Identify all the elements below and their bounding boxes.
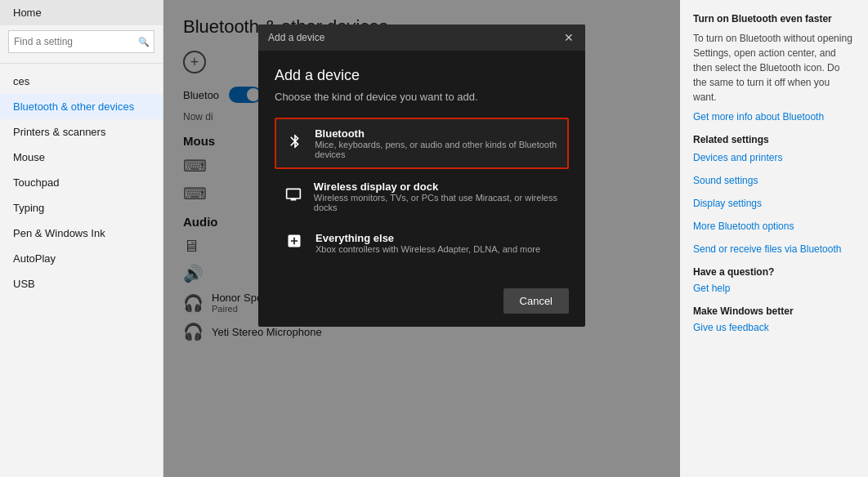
sidebar-item-devices[interactable]: ces	[0, 69, 163, 94]
related-title: Related settings	[693, 134, 855, 145]
sidebar-item-printers[interactable]: Printers & scanners	[0, 119, 163, 145]
modal-titlebar: Add a device ✕	[258, 25, 585, 51]
sidebar-item-autoplay[interactable]: AutoPlay	[0, 246, 163, 271]
search-input[interactable]	[8, 30, 154, 53]
plus-option-icon	[284, 233, 304, 253]
add-device-modal: Add a device ✕ Add a device Choose the k…	[258, 25, 585, 327]
modal-titlebar-label: Add a device	[268, 32, 324, 43]
get-help-link[interactable]: Get help	[693, 283, 855, 294]
main-content: Bluetooth & other devices + Bluetoo Now …	[163, 0, 680, 477]
send-receive-files-link[interactable]: Send or receive files via Bluetooth	[693, 243, 855, 255]
right-panel: Turn on Bluetooth even faster To turn on…	[680, 0, 868, 477]
sidebar-item-usb[interactable]: USB	[0, 271, 163, 296]
give-feedback-link[interactable]: Give us feedback	[693, 322, 855, 333]
bluetooth-option-title: Bluetooth	[315, 127, 557, 140]
sound-settings-link[interactable]: Sound settings	[693, 175, 855, 186]
everything-else-text: Everything else Xbox controllers with Wi…	[315, 232, 540, 254]
display-settings-link[interactable]: Display settings	[693, 198, 855, 209]
devices-printers-link[interactable]: Devices and printers	[693, 152, 855, 163]
tip-title: Turn on Bluetooth even faster	[693, 13, 855, 25]
tip-text: To turn on Bluetooth without opening Set…	[693, 31, 855, 105]
bluetooth-option-text: Bluetooth Mice, keyboards, pens, or audi…	[315, 127, 557, 159]
option-bluetooth[interactable]: Bluetooth Mice, keyboards, pens, or audi…	[275, 118, 569, 169]
more-bluetooth-link[interactable]: More Bluetooth options	[693, 221, 855, 232]
tip-link[interactable]: Get more info about Bluetooth	[693, 111, 855, 123]
modal-body: Add a device Choose the kind of device y…	[258, 51, 585, 279]
sidebar-item-pen[interactable]: Pen & Windows Ink	[0, 221, 163, 246]
make-better-title: Make Windows better	[693, 305, 855, 317]
modal-overlay: Add a device ✕ Add a device Choose the k…	[163, 0, 680, 477]
monitor-option-icon	[284, 186, 302, 207]
sidebar-item-typing[interactable]: Typing	[0, 195, 163, 221]
wireless-display-desc: Wireless monitors, TVs, or PCs that use …	[314, 193, 559, 212]
sidebar-divider	[0, 63, 163, 64]
everything-else-desc: Xbox controllers with Wireless Adapter, …	[315, 244, 540, 254]
option-everything-else[interactable]: Everything else Xbox controllers with Wi…	[275, 224, 569, 262]
cancel-button[interactable]: Cancel	[503, 288, 569, 314]
bluetooth-option-icon	[286, 133, 303, 154]
modal-title: Add a device	[275, 67, 569, 84]
sidebar-item-bluetooth[interactable]: Bluetooth & other devices	[0, 94, 163, 119]
option-wireless-display[interactable]: Wireless display or dock Wireless monito…	[275, 172, 569, 221]
sidebar-search-container: 🔍	[8, 30, 154, 53]
sidebar-item-mouse[interactable]: Mouse	[0, 145, 163, 170]
bluetooth-option-desc: Mice, keyboards, pens, or audio and othe…	[315, 140, 557, 159]
question-title: Have a question?	[693, 266, 855, 278]
sidebar: Home 🔍 ces Bluetooth & other devices Pri…	[0, 0, 163, 477]
modal-subtitle: Choose the kind of device you want to ad…	[275, 91, 569, 103]
wireless-display-text: Wireless display or dock Wireless monito…	[314, 181, 559, 212]
modal-close-button[interactable]: ✕	[562, 31, 575, 44]
sidebar-item-home[interactable]: Home	[0, 0, 163, 25]
modal-footer: Cancel	[258, 279, 585, 327]
wireless-display-title: Wireless display or dock	[314, 181, 559, 193]
everything-else-title: Everything else	[315, 232, 540, 244]
search-icon: 🔍	[138, 37, 150, 47]
sidebar-item-touchpad[interactable]: Touchpad	[0, 170, 163, 195]
